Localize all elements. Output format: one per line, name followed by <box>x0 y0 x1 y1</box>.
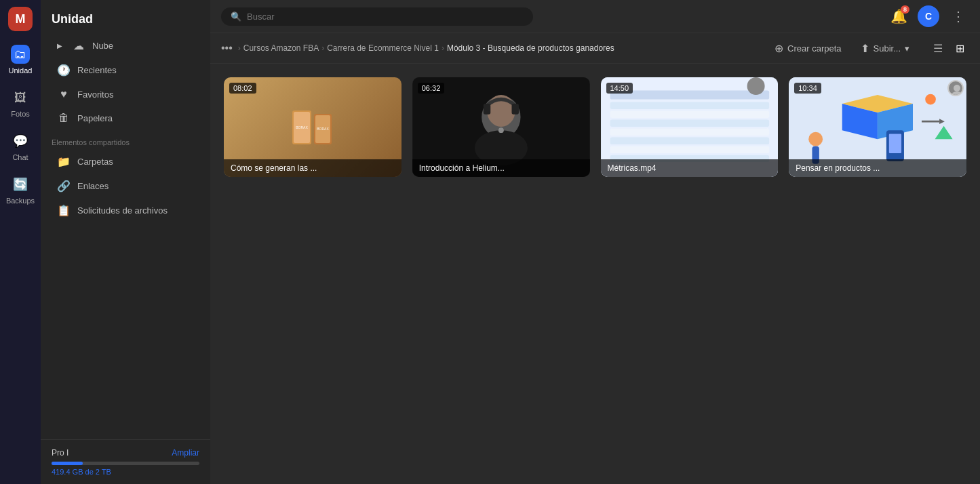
sidebar-item-solicitudes[interactable]: 📋 Solicitudes de archivos <box>46 199 205 222</box>
video-card-2[interactable]: 06:32 Introducción a Helium... <box>412 77 590 177</box>
backups-icon: 🔄 <box>11 175 30 194</box>
breadcrumb-carrera[interactable]: Carrera de Ecommerce Nivel 1 <box>327 43 439 53</box>
fotos-icon: 🖼 <box>11 88 30 107</box>
svg-rect-32 <box>889 134 901 153</box>
svg-rect-10 <box>511 104 518 115</box>
svg-rect-16 <box>610 111 769 118</box>
video-label-1: Cómo se generan las ... <box>224 159 401 177</box>
main-content: 🔍 🔔 8 C ⋮ ••• › Cursos Amazon FBA › Carr… <box>210 0 980 484</box>
storage-plan: Pro I Ampliar <box>52 448 199 458</box>
video-label-3: Métricas.mp4 <box>601 159 779 177</box>
icon-nav: M 🗂 Unidad 🖼 Fotos 💬 Chat 🔄 Backups <box>0 0 41 484</box>
sidebar-footer: Pro I Ampliar 419.4 GB de 2 TB <box>41 439 210 484</box>
svg-point-33 <box>925 94 936 105</box>
sidebar-item-enlaces[interactable]: 🔗 Enlaces <box>46 174 205 198</box>
breadcrumb-actions: ⊕ Crear carpeta ⬆ Subir... ▾ ☰ ⊞ <box>769 39 969 58</box>
solicitudes-icon: 📋 <box>57 204 71 217</box>
svg-text:BORAX: BORAX <box>296 125 308 129</box>
video-duration-1: 08:02 <box>229 83 256 94</box>
papelera-icon: 🗑 <box>57 112 71 124</box>
nav-label-unidad: Unidad <box>9 66 33 75</box>
topbar-right: 🔔 8 C ⋮ <box>888 5 969 27</box>
sidebar-label-solicitudes: Solicitudes de archivos <box>77 205 168 216</box>
nav-item-chat[interactable]: 💬 Chat <box>0 125 41 168</box>
nav-item-unidad[interactable]: 🗂 Unidad <box>0 38 41 81</box>
sidebar-item-favoritos[interactable]: ♥ Favoritos <box>46 83 205 106</box>
chevron-down-icon: ▾ <box>905 43 909 54</box>
svg-point-35 <box>954 85 960 92</box>
nav-item-backups[interactable]: 🔄 Backups <box>0 168 41 211</box>
notification-badge: 8 <box>901 5 909 14</box>
breadcrumb-sep-0: › <box>238 43 241 53</box>
favoritos-icon: ♥ <box>57 88 71 100</box>
video-label-4: Pensar en productos ... <box>789 159 966 177</box>
sidebar-label-nube: Nube <box>92 41 113 51</box>
video-duration-3: 14:50 <box>606 83 633 94</box>
video-label-2: Introducción a Helium... <box>412 159 590 177</box>
search-input[interactable] <box>247 12 524 22</box>
storage-used-label: 419.4 GB de 2 TB <box>52 468 111 476</box>
storage-bar-fill <box>52 462 83 465</box>
carpetas-icon: 📁 <box>57 155 71 168</box>
sidebar-item-carpetas[interactable]: 📁 Carpetas <box>46 150 205 174</box>
nav-label-backups: Backups <box>6 197 35 205</box>
sidebar-item-recientes[interactable]: 🕐 Recientes <box>46 58 205 82</box>
list-view-button[interactable]: ☰ <box>928 39 947 58</box>
breadcrumb-sep-2: › <box>442 43 444 53</box>
nav-item-fotos[interactable]: 🖼 Fotos <box>0 81 41 125</box>
recientes-icon: 🕐 <box>57 64 71 77</box>
svg-rect-19 <box>610 138 769 144</box>
video-card-3[interactable]: 14:50 Métricas.mp4 <box>601 77 779 177</box>
user-avatar[interactable]: C <box>918 5 939 27</box>
nav-label-chat: Chat <box>12 153 28 161</box>
svg-point-22 <box>747 77 764 95</box>
sidebar-nav: ▶ ☁ Nube 🕐 Recientes ♥ Favoritos 🗑 Papel… <box>41 33 210 439</box>
sidebar-item-papelera[interactable]: 🗑 Papelera <box>46 106 205 129</box>
ampliar-button[interactable]: Ampliar <box>172 448 199 458</box>
breadcrumb-cursos[interactable]: Cursos Amazon FBA <box>243 43 319 53</box>
sidebar: Unidad ▶ ☁ Nube 🕐 Recientes ♥ Favoritos … <box>41 0 210 484</box>
svg-rect-20 <box>610 146 769 153</box>
expand-icon: ▶ <box>57 42 62 49</box>
app-logo[interactable]: M <box>8 7 33 31</box>
breadcrumb-modulo: Módulo 3 - Busqueda de productos ganador… <box>447 43 614 53</box>
thumb-graphic-1: BORAX BORAX <box>286 100 340 155</box>
nav-label-fotos: Fotos <box>11 110 30 118</box>
topbar: 🔍 🔔 8 C ⋮ <box>210 0 980 33</box>
search-box[interactable]: 🔍 <box>221 7 533 26</box>
more-options-button[interactable]: ⋮ <box>947 5 969 27</box>
breadcrumb-sep-1: › <box>321 43 324 53</box>
upload-icon: ⬆ <box>861 42 869 55</box>
shared-section-label: Elementos compartidos <box>41 130 210 149</box>
video-card-1[interactable]: BORAX BORAX 08:02 Cómo se generan las ..… <box>224 77 401 177</box>
crear-carpeta-button[interactable]: ⊕ Crear carpeta <box>769 39 846 58</box>
nube-icon: ☁ <box>72 39 85 52</box>
search-icon: 🔍 <box>231 12 241 22</box>
video-duration-2: 06:32 <box>418 83 445 94</box>
chat-icon: 💬 <box>11 132 30 150</box>
unidad-icon: 🗂 <box>11 45 30 64</box>
breadcrumb-bar: ••• › Cursos Amazon FBA › Carrera de Eco… <box>210 33 980 64</box>
svg-rect-15 <box>610 102 769 108</box>
sidebar-item-nube[interactable]: ▶ ☁ Nube <box>46 34 205 58</box>
svg-text:BORAX: BORAX <box>317 127 329 131</box>
grid-view-button[interactable]: ⊞ <box>950 39 969 58</box>
subir-label: Subir... <box>874 43 901 54</box>
subir-button[interactable]: ⬆ Subir... ▾ <box>855 39 915 58</box>
svg-rect-18 <box>610 129 769 136</box>
svg-rect-17 <box>610 120 769 127</box>
sidebar-label-enlaces: Enlaces <box>77 181 109 191</box>
crear-carpeta-label: Crear carpeta <box>787 43 841 54</box>
svg-point-29 <box>808 132 823 146</box>
storage-labels: 419.4 GB de 2 TB <box>52 468 199 476</box>
video-card-4[interactable]: 10:34 Pensar en productos ... <box>789 77 966 177</box>
sidebar-label-favoritos: Favoritos <box>77 89 113 100</box>
sidebar-title: Unidad <box>41 0 210 33</box>
breadcrumb-dots[interactable]: ••• <box>221 42 233 54</box>
content-area: BORAX BORAX 08:02 Cómo se generan las ..… <box>210 64 980 484</box>
sidebar-label-papelera: Papelera <box>77 113 113 123</box>
video-duration-4: 10:34 <box>794 83 821 94</box>
plan-name: Pro I <box>52 448 68 458</box>
enlaces-icon: 🔗 <box>57 180 71 193</box>
notifications-button[interactable]: 🔔 8 <box>888 5 909 27</box>
